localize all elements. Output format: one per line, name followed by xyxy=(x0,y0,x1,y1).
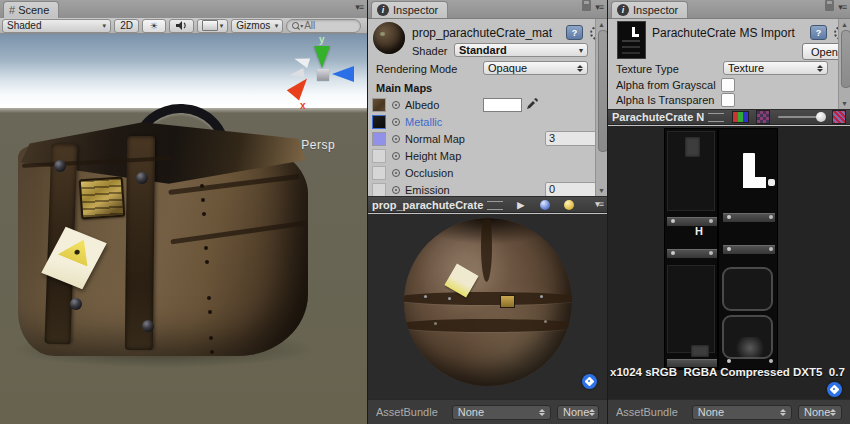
texture-target-icon[interactable] xyxy=(392,169,400,177)
updown-arrows-icon xyxy=(817,65,823,72)
effects-dropdown-button[interactable]: ▾ xyxy=(197,19,229,33)
scrollbar-thumb[interactable] xyxy=(598,30,607,152)
metallic-thumbnail[interactable] xyxy=(372,115,386,129)
chevron-down-icon: ▾ xyxy=(275,22,279,30)
help-icon[interactable]: ? xyxy=(566,25,583,40)
mipmap-icon[interactable] xyxy=(756,110,770,124)
axis-back-cone[interactable] xyxy=(293,54,310,68)
inspector-scrollbar[interactable]: ▲ ▼ xyxy=(595,19,607,196)
texture-target-icon[interactable] xyxy=(392,101,400,109)
preview-shape-icon[interactable] xyxy=(540,200,550,210)
scene-toolbar: Shaded ▾ 2D ☀ ▾ Gizmos ▾ xyxy=(0,18,367,34)
scroll-down-arrow[interactable]: ▼ xyxy=(841,100,848,107)
texture-preview-header[interactable]: ParachuteCrate N xyxy=(608,109,850,125)
rendering-mode-dropdown[interactable]: Opaque xyxy=(483,61,588,75)
scene-search-input[interactable]: ▾ All xyxy=(286,19,361,33)
updown-arrows-icon xyxy=(539,409,545,416)
alpha-checker-icon[interactable] xyxy=(832,110,846,124)
info-icon: i xyxy=(617,4,629,16)
alpha-grayscale-checkbox[interactable] xyxy=(721,78,735,92)
assetbundle-bar: AssetBundle None None xyxy=(608,399,850,424)
alpha-grayscale-label: Alpha from Grayscal xyxy=(616,79,716,91)
scene-tab-bar: # Scene ▾≡ xyxy=(0,0,367,19)
inspector-scrollbar[interactable]: ▲ ▼ xyxy=(838,19,850,109)
rgb-channels-icon[interactable] xyxy=(732,111,749,123)
sun-icon: ☀ xyxy=(150,21,158,31)
texture-import-title: ParachuteCrate MS Import xyxy=(652,26,795,40)
assetbundle-label: AssetBundle xyxy=(616,406,678,418)
lock-icon[interactable] xyxy=(825,4,834,11)
help-icon[interactable]: ? xyxy=(810,25,827,40)
map-label: Occlusion xyxy=(405,167,453,179)
eyedropper-icon[interactable] xyxy=(526,97,539,110)
gizmo-center-cube[interactable] xyxy=(317,69,329,80)
tab-scene[interactable]: # Scene xyxy=(3,1,59,18)
occlusion-thumbnail[interactable] xyxy=(372,166,386,180)
texture-target-icon[interactable] xyxy=(392,118,400,126)
map-row-normal: Normal Map 3 xyxy=(368,130,594,147)
scene-orientation-gizmo[interactable]: y x xyxy=(288,36,360,118)
speaker-icon xyxy=(175,20,187,31)
normal-map-thumbnail[interactable] xyxy=(372,132,386,146)
pane-menu-icon[interactable]: ▾≡ xyxy=(595,200,603,209)
shader-dropdown[interactable]: Standard ▾ xyxy=(454,43,588,57)
texture-preview-area[interactable]: H x1024 sRGB RGBA Compressed DXT5 0.7 xyxy=(608,126,850,399)
emission-thumbnail[interactable] xyxy=(372,183,386,197)
assetbundle-dropdown[interactable]: None xyxy=(452,405,551,420)
drag-handle-icon[interactable] xyxy=(708,113,724,122)
alpha-transparent-checkbox[interactable] xyxy=(721,93,735,107)
mip-level-slider[interactable] xyxy=(778,116,824,118)
material-preview-header[interactable]: prop_parachuteCrate ▶ ▾≡ xyxy=(368,196,607,213)
info-icon: i xyxy=(377,4,389,16)
scroll-down-arrow[interactable]: ▼ xyxy=(598,187,605,194)
pane-menu-icon[interactable]: ▾≡ xyxy=(838,3,846,12)
draw-mode-dropdown[interactable]: Shaded ▾ xyxy=(2,19,111,33)
drag-handle-icon[interactable] xyxy=(487,201,503,210)
pane-menu-icon[interactable]: ▾≡ xyxy=(595,3,603,12)
texture-image: H xyxy=(665,129,777,369)
assetbundle-variant-dropdown[interactable]: None xyxy=(557,405,599,420)
texture-type-dropdown[interactable]: Texture xyxy=(723,61,828,75)
assetbundle-variant-dropdown[interactable]: None xyxy=(798,405,842,420)
scene-viewport[interactable]: y x < Persp xyxy=(0,34,367,424)
texture-target-icon[interactable] xyxy=(392,186,400,194)
tab-inspector[interactable]: i Inspector xyxy=(611,1,688,18)
chevron-down-icon: ▾ xyxy=(579,46,583,55)
tab-inspector[interactable]: i Inspector xyxy=(371,1,448,18)
scroll-up-arrow[interactable]: ▲ xyxy=(598,21,605,28)
preview-light-icon[interactable] xyxy=(564,200,574,210)
height-map-thumbnail[interactable] xyxy=(372,149,386,163)
albedo-thumbnail[interactable] xyxy=(372,98,386,112)
axis-y-cone[interactable] xyxy=(314,46,330,68)
albedo-color-swatch[interactable] xyxy=(483,98,522,112)
play-icon[interactable]: ▶ xyxy=(517,200,524,210)
pane-menu-icon[interactable]: ▾≡ xyxy=(355,3,363,12)
axis-z-cone[interactable] xyxy=(332,66,354,82)
2d-toggle-button[interactable]: 2D xyxy=(114,19,139,33)
rivet xyxy=(54,160,66,172)
normal-map-value-field[interactable]: 3 xyxy=(545,131,597,146)
texture-target-icon[interactable] xyxy=(392,152,400,160)
material-preview-title: prop_parachuteCrate xyxy=(372,199,483,211)
assetbundle-tag-icon[interactable] xyxy=(582,374,597,389)
unity-editor-window: # Scene ▾≡ Shaded ▾ 2D ☀ xyxy=(0,0,850,424)
map-label: Emission xyxy=(405,184,450,196)
lighting-toggle-button[interactable]: ☀ xyxy=(142,19,165,33)
gizmos-dropdown[interactable]: Gizmos ▾ xyxy=(231,19,283,33)
parachute-crate-model[interactable] xyxy=(18,120,308,356)
material-preview-area[interactable] xyxy=(368,214,607,399)
rivet xyxy=(136,172,148,184)
audio-toggle-button[interactable] xyxy=(169,19,194,33)
scrollbar-thumb[interactable] xyxy=(841,30,850,88)
lock-icon[interactable] xyxy=(582,4,591,11)
inspector-tab-bar: i Inspector ▾≡ xyxy=(608,0,850,19)
chevron-down-icon: ▾ xyxy=(220,22,224,30)
assetbundle-tag-icon[interactable] xyxy=(827,382,842,397)
assetbundle-dropdown[interactable]: None xyxy=(692,405,792,420)
map-row-albedo: Albedo xyxy=(368,96,594,113)
texture-target-icon[interactable] xyxy=(392,135,400,143)
slider-knob[interactable] xyxy=(816,112,826,122)
material-preview-sphere[interactable] xyxy=(404,218,572,386)
scroll-up-arrow[interactable]: ▲ xyxy=(841,21,848,28)
emission-value-field[interactable]: 0 xyxy=(545,182,597,197)
